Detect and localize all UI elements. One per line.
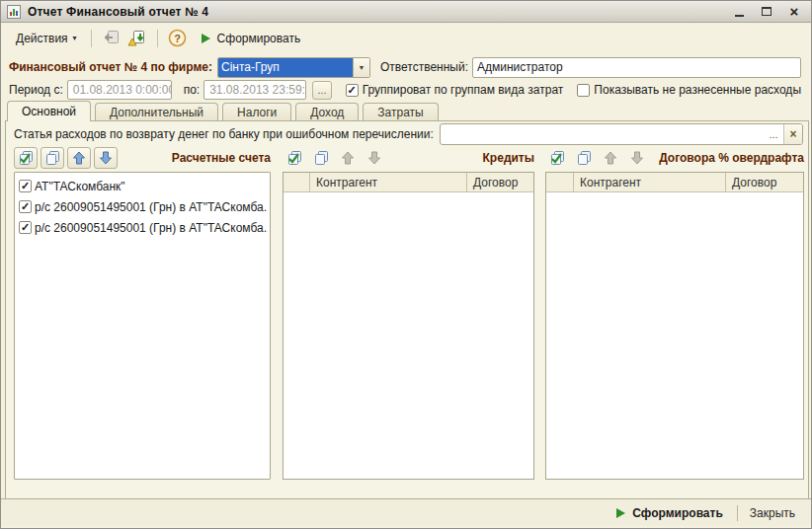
period-to-value: 31.08.2013 23:59:59 xyxy=(204,83,306,97)
column-header-dogovor: Договор xyxy=(467,173,533,191)
credits-table-header: Контрагент Договор xyxy=(284,173,533,192)
close-form-button[interactable]: Закрыть xyxy=(746,504,799,522)
minimize-button[interactable] xyxy=(732,5,746,19)
actions-menu-button[interactable]: Действия ▾ xyxy=(9,28,84,49)
move-down-button-disabled[interactable] xyxy=(363,147,386,169)
expense-item-row: Статья расходов по возврату денег по бан… xyxy=(14,123,803,145)
tab-nalogi[interactable]: Налоги xyxy=(222,103,291,121)
tab-bar: Основной Дополнительный Налоги Доход Зат… xyxy=(7,101,805,121)
titlebar: Отчет Финансовый отчет № 4 × xyxy=(1,1,811,23)
expense-item-field[interactable]: ... × xyxy=(440,123,803,145)
help-button[interactable]: ? xyxy=(167,29,189,48)
footer-separator xyxy=(737,505,738,521)
tab-zatraty[interactable]: Затраты xyxy=(363,103,438,121)
report-icon xyxy=(7,5,22,19)
overdraft-table-body[interactable] xyxy=(546,192,803,479)
account-label: АТ"ТАСкомбанк" xyxy=(35,180,125,193)
play-icon xyxy=(201,33,211,44)
play-icon xyxy=(615,507,626,519)
actions-label: Действия xyxy=(16,32,68,45)
column-header-kontragent: Контрагент xyxy=(310,173,467,191)
period-to-label: по: xyxy=(184,83,201,97)
overdraft-panel-title: Договора % овердрафта xyxy=(659,151,804,165)
unallocated-checkbox[interactable] xyxy=(577,84,590,97)
account-checkbox[interactable]: ✓ xyxy=(19,221,32,234)
accounts-panel-title: Расчетные счета xyxy=(172,151,271,165)
responsible-label: Ответственный: xyxy=(380,60,468,74)
overdraft-table: Контрагент Договор xyxy=(545,172,804,480)
expense-clear-button[interactable]: × xyxy=(783,124,802,144)
firm-label: Финансовый отчет № 4 по фирме: xyxy=(9,60,212,74)
period-row: Период с: 01.08.2013 0:00:00 по: 31.08.2… xyxy=(9,80,801,100)
tab-osnovnoy[interactable]: Основной xyxy=(7,101,91,121)
move-up-button[interactable] xyxy=(67,147,91,169)
period-more-button[interactable]: ... xyxy=(312,81,331,100)
close-icon: × xyxy=(790,5,799,19)
selector-column-header xyxy=(546,173,574,191)
generate-toolbar-button[interactable]: Сформировать xyxy=(195,29,307,48)
tab-dopolnitelny[interactable]: Дополнительный xyxy=(95,103,218,121)
toolbar-separator xyxy=(91,30,92,47)
check-all-button[interactable] xyxy=(14,147,38,169)
minimize-icon xyxy=(735,15,744,17)
save-settings-icon[interactable] xyxy=(126,29,148,48)
unallocated-checkbox-label: Показывать не разнесенные расходы xyxy=(594,83,801,97)
period-from-field[interactable]: 01.08.2013 0:00:00 xyxy=(67,80,172,100)
credits-panel-title: Кредиты xyxy=(483,151,534,165)
account-label: р/с 26009051495001 (Грн) в АТ"ТАСкомба..… xyxy=(35,221,268,235)
column-header-dogovor: Договор xyxy=(726,173,803,191)
period-from-value: 01.08.2013 0:00:00 xyxy=(68,83,172,97)
move-down-button-disabled[interactable] xyxy=(625,147,649,169)
generate-button[interactable]: Сформировать xyxy=(609,504,728,522)
firm-row: Финансовый отчет № 4 по фирме: Сінта-Гру… xyxy=(9,56,801,78)
column-header-kontragent: Контрагент xyxy=(574,173,726,191)
toolbar-separator xyxy=(157,30,158,47)
list-item[interactable]: ✓ АТ"ТАСкомбанк" xyxy=(17,176,268,196)
generate-toolbar-label: Сформировать xyxy=(217,32,301,45)
credits-toolbar: Кредиты xyxy=(283,146,534,170)
expense-ellipsis-button[interactable]: ... xyxy=(764,124,783,144)
unallocated-checkbox-row[interactable]: Показывать не разнесенные расходы xyxy=(577,83,801,97)
group-checkbox[interactable]: ✓ xyxy=(346,84,359,97)
tab-dohod[interactable]: Доход xyxy=(295,103,359,121)
restore-settings-icon[interactable] xyxy=(101,29,122,48)
uncheck-all-button[interactable] xyxy=(572,147,596,169)
period-from-label: Период с: xyxy=(9,83,63,97)
maximize-button[interactable] xyxy=(760,5,773,19)
move-up-button-disabled[interactable] xyxy=(336,147,360,169)
group-checkbox-label: Группироват по группам вида затрат xyxy=(363,83,564,97)
credits-table-body[interactable] xyxy=(284,192,533,479)
firm-value: Сінта-Груп xyxy=(218,58,353,77)
account-label: р/с 26009051495001 (Грн) в АТ"ТАСкомба..… xyxy=(35,200,268,214)
footer-bar: Сформировать Закрыть xyxy=(1,498,811,526)
credits-table: Контрагент Договор xyxy=(283,172,534,480)
main-toolbar: Действия ▾ ? Сформировать xyxy=(1,24,811,52)
check-all-button[interactable] xyxy=(283,147,306,169)
firm-combobox[interactable]: Сінта-Груп ▼ xyxy=(217,57,370,78)
uncheck-all-button[interactable] xyxy=(309,147,333,169)
overdraft-toolbar: Договора % овердрафта xyxy=(545,146,804,170)
window-title: Отчет Финансовый отчет № 4 xyxy=(28,5,208,19)
responsible-input[interactable] xyxy=(472,57,801,78)
list-item[interactable]: ✓ р/с 26009051495001 (Грн) в АТ"ТАСкомба… xyxy=(17,217,268,238)
account-checkbox[interactable]: ✓ xyxy=(19,200,32,213)
close-button[interactable]: × xyxy=(787,5,801,19)
group-checkbox-row[interactable]: ✓ Группироват по группам вида затрат xyxy=(346,83,564,97)
chevron-down-icon: ▾ xyxy=(73,34,77,42)
selector-column-header xyxy=(284,173,310,191)
accounts-list[interactable]: ✓ АТ"ТАСкомбанк" ✓ р/с 26009051495001 (Г… xyxy=(14,172,271,480)
accounts-toolbar: Расчетные счета xyxy=(14,146,271,170)
move-down-button[interactable] xyxy=(94,147,118,169)
generate-label: Сформировать xyxy=(632,506,722,520)
account-checkbox[interactable]: ✓ xyxy=(19,180,32,192)
check-all-button[interactable] xyxy=(545,147,569,169)
expense-item-label: Статья расходов по возврату денег по бан… xyxy=(14,127,434,141)
chevron-down-icon[interactable]: ▼ xyxy=(353,58,369,77)
uncheck-all-button[interactable] xyxy=(41,147,64,169)
maximize-icon xyxy=(762,7,771,16)
list-item[interactable]: ✓ р/с 26009051495001 (Грн) в АТ"ТАСкомба… xyxy=(17,196,268,217)
period-to-field[interactable]: 31.08.2013 23:59:59 xyxy=(203,80,306,100)
move-up-button-disabled[interactable] xyxy=(599,147,622,169)
svg-text:?: ? xyxy=(174,33,181,44)
tab-page-main: Статья расходов по возврату денег по бан… xyxy=(5,120,809,499)
